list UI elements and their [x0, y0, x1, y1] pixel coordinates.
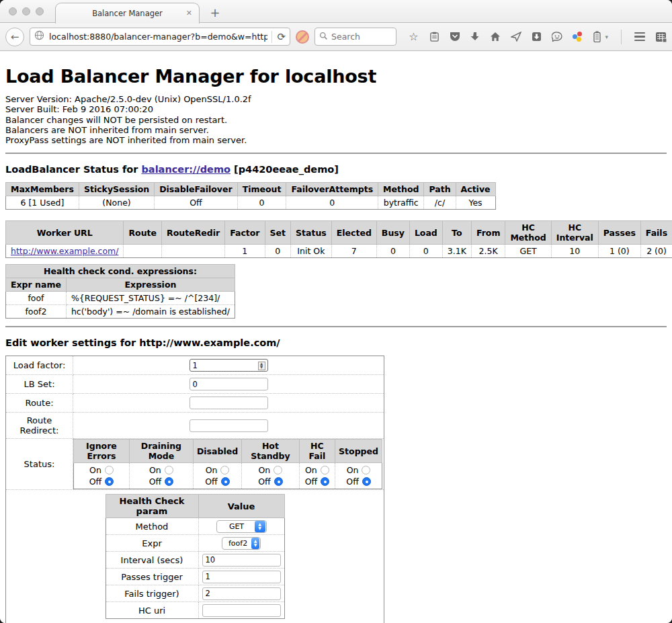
col-hc-fail: HC Fail — [299, 440, 335, 463]
cell-set: 0 — [265, 245, 290, 258]
col-failoverattempts: FailoverAttempts — [286, 183, 378, 196]
balancer-status-row: 6 [1 Used] (None) Off 0 0 bytraffic /c/ … — [6, 196, 496, 210]
search-icon — [319, 30, 328, 43]
colored-dots-extension-icon[interactable] — [573, 32, 583, 42]
divider — [5, 153, 667, 154]
grid-extension-icon[interactable] — [655, 32, 667, 42]
downloads-icon[interactable] — [470, 32, 480, 42]
load-factor-input[interactable] — [190, 359, 268, 372]
hc-expr-row: foof %{REQUEST_STATUS} =~ /^[234]/ — [6, 292, 235, 305]
stopped-on-radio[interactable] — [362, 466, 370, 474]
status-options-table: Ignore Errors Draining Mode Disabled Hot… — [73, 439, 382, 489]
cell-route — [124, 245, 162, 258]
col-passes: Passes — [598, 221, 640, 245]
url-text[interactable]: localhost:8880/balancer-manager?b=demo&w… — [49, 32, 267, 42]
close-window-button[interactable] — [9, 7, 17, 15]
cell-expr-name: foof — [6, 292, 67, 305]
search-bar[interactable] — [314, 28, 396, 46]
off-label: Off — [258, 476, 270, 487]
dropdown-caret-icon[interactable]: ▾ — [605, 34, 608, 40]
reading-list-icon[interactable] — [429, 32, 439, 42]
tab-balancer-manager[interactable]: Balancer Manager ✕ — [55, 3, 200, 24]
ignore-errors-on-radio[interactable] — [105, 466, 114, 474]
passes-row: Passes trigger — [106, 569, 284, 585]
hc-uri-label: HC uri — [106, 602, 198, 619]
zoom-window-button[interactable] — [36, 7, 44, 15]
save-page-icon[interactable] — [532, 32, 542, 42]
route-redirect-input[interactable] — [190, 419, 268, 432]
cell-passes: 1 (0) — [598, 245, 640, 258]
back-button[interactable]: ← — [5, 28, 24, 46]
cell-maxmembers: 6 [1 Used] — [6, 196, 79, 210]
hc-uri-input[interactable] — [202, 604, 281, 617]
battery-extension-icon[interactable] — [593, 31, 601, 42]
interval-input[interactable] — [202, 554, 281, 567]
cell-expression: %{REQUEST_STATUS} =~ /^[234]/ — [66, 292, 235, 305]
lb-set-input[interactable] — [190, 378, 268, 390]
expr-row: Expr foof2 ▲▼ — [106, 535, 284, 552]
reload-icon[interactable]: ⟳ — [271, 31, 286, 43]
cell-disablefailover: Off — [155, 196, 237, 210]
col-expr-name: Expr name — [6, 278, 67, 292]
col-from: From — [471, 221, 505, 245]
hot-standby-off-radio[interactable] — [274, 477, 283, 486]
lb-set-label: LB Set: — [6, 375, 73, 394]
draining-mode-on-radio[interactable] — [165, 466, 173, 474]
col-ignore-errors: Ignore Errors — [74, 440, 130, 463]
hc-fail-off-radio[interactable] — [321, 477, 329, 486]
disabled-on-radio[interactable] — [220, 466, 229, 474]
cell-hc-method: GET — [505, 245, 551, 258]
cell-failoverattempts: 0 — [286, 196, 378, 210]
cell-load: 0 — [409, 245, 442, 258]
browser-window: Balancer Manager ✕ + ← localhost:8880/ba… — [0, 0, 672, 623]
hc-fail-on-radio[interactable] — [321, 466, 329, 474]
cell-elected: 7 — [331, 245, 376, 258]
col-stickysession: StickySession — [79, 183, 154, 196]
on-label: On — [206, 465, 218, 475]
off-label: Off — [346, 476, 358, 487]
method-select[interactable]: GET ▲▼ — [216, 520, 267, 533]
interval-label: Interval (secs) — [106, 552, 198, 569]
hot-standby-on-radio[interactable] — [274, 466, 282, 474]
menu-icon[interactable] — [634, 32, 645, 42]
balancer-demo-link[interactable]: balancer://demo — [141, 164, 230, 175]
new-tab-button[interactable]: + — [207, 5, 223, 19]
expr-select[interactable]: foof2 ▲▼ — [222, 537, 261, 550]
col-stopped: Stopped — [335, 440, 382, 463]
url-bar[interactable]: localhost:8880/balancer-manager?b=demo&w… — [30, 28, 290, 46]
disabled-off-radio[interactable] — [221, 477, 230, 486]
fails-input[interactable] — [202, 587, 281, 600]
ignore-errors-off-radio[interactable] — [105, 477, 114, 486]
server-built-line: Server Built: Feb 9 2016 07:00:20 — [5, 104, 667, 114]
off-label: Off — [305, 476, 317, 487]
hc-uri-row: HC uri — [106, 602, 284, 619]
lb-set-row: LB Set: — [6, 375, 384, 394]
pocket-icon[interactable] — [450, 32, 460, 42]
send-icon[interactable] — [511, 32, 521, 42]
method-selected-value: GET — [223, 522, 255, 531]
col-method: Method — [378, 183, 424, 196]
col-busy: Busy — [376, 221, 409, 245]
home-icon[interactable] — [490, 32, 501, 42]
col-disablefailover: DisableFailover — [155, 183, 237, 196]
stopped-off-radio[interactable] — [362, 477, 371, 486]
back-icon: ← — [11, 31, 19, 43]
bookmark-star-icon[interactable]: ☆ — [407, 32, 419, 42]
tab-close-icon[interactable]: ✕ — [186, 9, 192, 17]
cell-expr-name: foof2 — [6, 305, 67, 319]
feedback-smiley-icon[interactable] — [552, 32, 562, 42]
cell-routeredir — [162, 245, 225, 258]
spinner-icon[interactable]: ▲▼ — [258, 362, 265, 370]
col-active: Active — [456, 183, 495, 196]
cell-status: Init Ok — [291, 245, 332, 258]
adblock-icon[interactable] — [296, 30, 309, 44]
draining-mode-off-radio[interactable] — [165, 477, 173, 486]
col-load: Load — [409, 221, 442, 245]
search-input[interactable] — [331, 32, 392, 42]
minimize-window-button[interactable] — [22, 7, 30, 15]
worker-url-link[interactable]: http://www.example.com/ — [11, 246, 118, 256]
stopped-options: On Off — [335, 463, 382, 489]
route-input[interactable] — [190, 397, 268, 409]
col-expression: Expression — [66, 278, 235, 292]
passes-input[interactable] — [202, 571, 281, 583]
